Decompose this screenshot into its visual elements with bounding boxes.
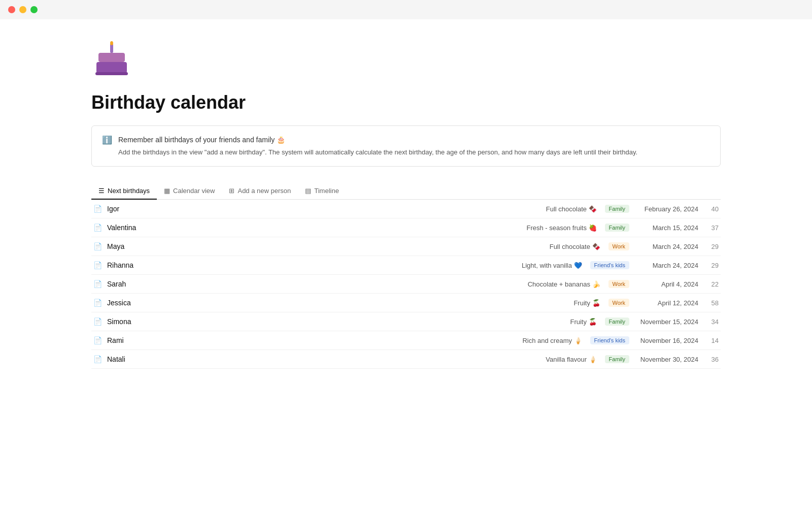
svg-rect-4	[95, 72, 128, 75]
row-doc-icon: 📄	[93, 224, 102, 232]
birthdays-table: 📄 Igor Full chocolate 🍫 Family February …	[91, 200, 721, 369]
svg-point-1	[110, 41, 113, 45]
birthday-date: November 15, 2024	[637, 318, 698, 326]
person-age: 22	[706, 280, 719, 288]
person-name: Rihanna	[107, 261, 522, 269]
maximize-button[interactable]	[30, 6, 38, 13]
row-details: Rich and creamy 🍦 Friend's kids November…	[522, 336, 719, 344]
row-doc-icon: 📄	[93, 280, 102, 288]
cake-icon	[91, 40, 721, 82]
cake-flavor: Fruity 🍒	[570, 318, 596, 326]
table-icon: ⊞	[229, 187, 234, 195]
person-age: 14	[706, 337, 719, 344]
person-age: 40	[706, 205, 719, 213]
info-icon: ℹ️	[102, 135, 112, 145]
info-line1: Remember all birthdays of your friends a…	[118, 134, 637, 145]
row-details: Full chocolate 🍫 Work March 24, 2024 29	[550, 242, 719, 250]
category-tag: Family	[605, 355, 629, 363]
titlebar	[0, 0, 812, 19]
tab-add-person[interactable]: ⊞ Add a new person	[222, 183, 298, 200]
page-container: Birthday calendar ℹ️ Remember all birthd…	[51, 19, 761, 389]
tab-calendar-view[interactable]: ▦ Calendar view	[157, 183, 222, 200]
category-tag: Friend's kids	[590, 261, 629, 269]
minimize-button[interactable]	[19, 6, 26, 13]
row-details: Light, with vanilla 💙 Friend's kids Marc…	[522, 261, 719, 269]
row-details: Fruity 🍒 Work April 12, 2024 58	[573, 299, 719, 307]
info-box: ℹ️ Remember all birthdays of your friend…	[91, 125, 721, 167]
cake-flavor: Fruity 🍒	[573, 299, 600, 307]
table-row[interactable]: 📄 Igor Full chocolate 🍫 Family February …	[91, 200, 721, 218]
person-name: Natali	[107, 355, 546, 363]
table-row[interactable]: 📄 Rami Rich and creamy 🍦 Friend's kids N…	[91, 331, 721, 350]
info-text: Remember all birthdays of your friends a…	[118, 134, 637, 158]
tabs-bar: ☰ Next birthdays ▦ Calendar view ⊞ Add a…	[91, 183, 721, 200]
row-doc-icon: 📄	[93, 318, 102, 326]
cake-flavor: Rich and creamy 🍦	[522, 337, 582, 344]
birthday-date: November 30, 2024	[637, 356, 698, 363]
row-details: Full chocolate 🍫 Family February 26, 202…	[546, 205, 719, 213]
row-doc-icon: 📄	[93, 355, 102, 363]
category-tag: Work	[608, 242, 629, 250]
birthday-date: March 24, 2024	[637, 243, 698, 250]
category-tag: Family	[605, 224, 629, 232]
tab-timeline[interactable]: ▤ Timeline	[298, 183, 346, 200]
tab-next-birthdays[interactable]: ☰ Next birthdays	[91, 183, 157, 200]
person-name: Simona	[107, 318, 570, 326]
close-button[interactable]	[8, 6, 15, 13]
row-details: Fruity 🍒 Family November 15, 2024 34	[570, 318, 719, 326]
row-doc-icon: 📄	[93, 261, 102, 269]
cake-flavor: Fresh - season fruits 🍓	[527, 224, 597, 232]
person-name: Valentina	[107, 224, 527, 232]
person-age: 37	[706, 224, 719, 232]
timeline-icon: ▤	[305, 187, 311, 195]
row-details: Chocolate + bananas 🍌 Work April 4, 2024…	[528, 280, 719, 288]
table-row[interactable]: 📄 Sarah Chocolate + bananas 🍌 Work April…	[91, 275, 721, 294]
person-name: Rami	[107, 336, 522, 344]
category-tag: Work	[608, 299, 629, 307]
person-name: Maya	[107, 242, 550, 250]
list-icon: ☰	[98, 187, 105, 195]
cake-flavor: Full chocolate 🍫	[550, 243, 600, 250]
svg-rect-3	[96, 62, 127, 73]
person-age: 58	[706, 299, 719, 307]
birthday-date: March 15, 2024	[637, 224, 698, 232]
cake-flavor: Chocolate + bananas 🍌	[528, 280, 600, 288]
table-row[interactable]: 📄 Simona Fruity 🍒 Family November 15, 20…	[91, 312, 721, 331]
birthday-date: February 26, 2024	[637, 205, 698, 213]
cake-flavor: Light, with vanilla 💙	[522, 262, 582, 269]
page-title: Birthday calendar	[91, 92, 721, 113]
category-tag: Family	[605, 318, 629, 326]
person-age: 34	[706, 318, 719, 326]
person-age: 29	[706, 243, 719, 250]
person-age: 36	[706, 356, 719, 363]
calendar-icon: ▦	[164, 187, 170, 195]
birthday-date: March 24, 2024	[637, 262, 698, 269]
person-age: 29	[706, 262, 719, 269]
category-tag: Family	[605, 205, 629, 213]
cake-flavor: Full chocolate 🍫	[546, 205, 597, 213]
table-row[interactable]: 📄 Valentina Fresh - season fruits 🍓 Fami…	[91, 218, 721, 237]
birthday-date: April 4, 2024	[637, 280, 698, 288]
birthday-date: November 16, 2024	[637, 337, 698, 344]
table-row[interactable]: 📄 Rihanna Light, with vanilla 💙 Friend's…	[91, 256, 721, 275]
row-doc-icon: 📄	[93, 336, 102, 344]
table-row[interactable]: 📄 Jessica Fruity 🍒 Work April 12, 2024 5…	[91, 294, 721, 312]
person-name: Sarah	[107, 280, 528, 288]
cake-flavor: Vanilla flavour 🍦	[546, 356, 596, 363]
person-name: Igor	[107, 205, 546, 213]
table-row[interactable]: 📄 Maya Full chocolate 🍫 Work March 24, 2…	[91, 237, 721, 256]
svg-rect-2	[98, 53, 125, 62]
row-details: Vanilla flavour 🍦 Family November 30, 20…	[546, 355, 719, 363]
table-row[interactable]: 📄 Natali Vanilla flavour 🍦 Family Novemb…	[91, 350, 721, 369]
row-doc-icon: 📄	[93, 242, 102, 250]
category-tag: Work	[608, 280, 629, 288]
person-name: Jessica	[107, 299, 573, 307]
row-details: Fresh - season fruits 🍓 Family March 15,…	[527, 224, 719, 232]
row-doc-icon: 📄	[93, 205, 102, 213]
birthday-date: April 12, 2024	[637, 299, 698, 307]
info-line2: Add the birthdays in the view "add a new…	[118, 147, 637, 158]
category-tag: Friend's kids	[590, 336, 629, 344]
row-doc-icon: 📄	[93, 299, 102, 307]
